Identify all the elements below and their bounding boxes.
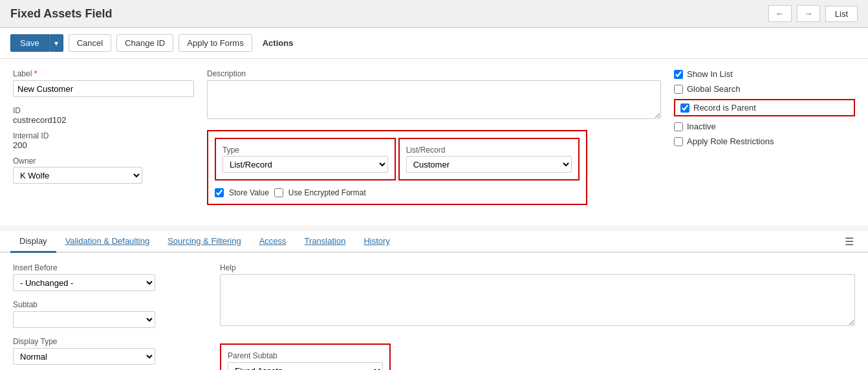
insert-before-label: Insert Before	[13, 263, 207, 272]
top-bar: Fixed Assets Field ← → List	[0, 0, 868, 28]
id-label: ID	[13, 106, 194, 115]
store-value-checkbox[interactable]	[215, 188, 224, 197]
form-top-grid: Label * ID custrecord102 Internal ID 200…	[13, 69, 855, 205]
owner-select-wrap: K Wolfe	[13, 167, 194, 184]
global-search-checkbox[interactable]	[674, 85, 683, 94]
store-value-row: Store Value Use Encrypted Format	[215, 188, 580, 197]
use-encrypted-checkbox[interactable]	[274, 188, 283, 197]
id-value: custrecord102	[13, 115, 194, 125]
display-type-select[interactable]: Normal Hidden Disabled Inline Text	[13, 348, 155, 365]
display-type-label: Display Type	[13, 337, 207, 346]
tab-translation[interactable]: Translation	[296, 231, 355, 253]
owner-label: Owner	[13, 157, 194, 166]
display-type-wrap: Normal Hidden Disabled Inline Text	[13, 348, 207, 365]
description-field-group: Description	[207, 69, 661, 121]
insert-before-wrap: - Unchanged - None	[13, 274, 207, 291]
show-in-list-label: Show In List	[687, 69, 733, 79]
store-value-label: Store Value	[229, 188, 269, 197]
record-is-parent-label: Record is Parent	[693, 103, 756, 113]
list-record-label: List/Record	[406, 146, 572, 155]
insert-before-group: Insert Before - Unchanged - None	[13, 263, 207, 291]
help-group: Help	[220, 263, 855, 328]
id-group: ID custrecord102	[13, 106, 194, 125]
parent-subtab-select[interactable]: Fixed Assets Main None	[228, 362, 383, 370]
owner-select[interactable]: K Wolfe	[13, 167, 142, 184]
apply-role-item: Apply Role Restrictions	[674, 136, 855, 146]
internal-id-group: Internal ID 200	[13, 131, 194, 150]
save-group: Save ▾	[10, 34, 63, 52]
tab-validation-defaulting[interactable]: Validation & Defaulting	[56, 231, 159, 253]
record-is-parent-checkbox[interactable]	[680, 103, 689, 113]
left-section: Label * ID custrecord102 Internal ID 200…	[13, 69, 194, 205]
list-record-field-group: List/Record Customer Vendor Employee Ite…	[398, 138, 580, 180]
global-search-item: Global Search	[674, 84, 855, 94]
tab-sourcing-filtering[interactable]: Sourcing & Filtering	[158, 231, 250, 253]
subtab-label: Subtab	[13, 300, 207, 309]
tab-access[interactable]: Access	[250, 231, 296, 253]
label-field-group: Label *	[13, 69, 194, 97]
nav-forward-button[interactable]: →	[797, 5, 820, 22]
label-input[interactable]	[13, 80, 194, 97]
description-label: Description	[207, 69, 661, 78]
type-select[interactable]: List/Record Free-Form Text Checkbox Date…	[222, 156, 388, 173]
actions-button[interactable]: Actions	[257, 35, 299, 51]
parent-subtab-box: Parent Subtab Fixed Assets Main None	[220, 343, 391, 370]
main-form: Label * ID custrecord102 Internal ID 200…	[0, 59, 868, 226]
display-tab-content: Insert Before - Unchanged - None Subtab …	[0, 253, 868, 370]
change-id-button[interactable]: Change ID	[116, 34, 173, 52]
tabs-left: Display Validation & Defaulting Sourcing…	[10, 231, 399, 252]
toolbar: Save ▾ Cancel Change ID Apply to Forms A…	[0, 28, 868, 59]
page-title: Fixed Assets Field	[10, 7, 112, 21]
help-label: Help	[220, 263, 855, 272]
save-button[interactable]: Save	[10, 34, 49, 52]
insert-before-select[interactable]: - Unchanged - None	[13, 274, 155, 291]
tab-history[interactable]: History	[354, 231, 398, 253]
apply-role-label: Apply Role Restrictions	[687, 136, 774, 146]
tab-menu-icon[interactable]: ☰	[841, 232, 858, 252]
inactive-checkbox[interactable]	[674, 122, 683, 131]
description-textarea[interactable]	[207, 80, 661, 119]
subtab-wrap: Main Fixed Assets	[13, 311, 207, 328]
middle-section: Description Type List/Record Free-Form T…	[207, 69, 661, 205]
subtab-select[interactable]: Main Fixed Assets	[13, 311, 155, 328]
internal-id-label: Internal ID	[13, 131, 194, 140]
required-star: *	[34, 69, 38, 78]
display-right: Help Parent Subtab Fixed Assets Main Non…	[220, 263, 855, 370]
nav-controls: ← → List	[768, 5, 858, 22]
owner-group: Owner K Wolfe	[13, 157, 194, 184]
show-in-list-item: Show In List	[674, 69, 855, 79]
subtab-group: Subtab Main Fixed Assets	[13, 300, 207, 328]
inactive-item: Inactive	[674, 122, 855, 131]
tab-display[interactable]: Display	[10, 231, 56, 253]
label-field-label: Label *	[13, 69, 194, 78]
right-section: Show In List Global Search Record is Par…	[674, 69, 855, 205]
type-box: Type List/Record Free-Form Text Checkbox…	[207, 130, 587, 205]
display-type-group: Display Type Normal Hidden Disabled Inli…	[13, 337, 207, 365]
parent-subtab-label: Parent Subtab	[228, 351, 383, 360]
type-field-group: Type List/Record Free-Form Text Checkbox…	[215, 138, 396, 180]
show-in-list-checkbox[interactable]	[674, 70, 683, 79]
cancel-button[interactable]: Cancel	[69, 34, 111, 52]
internal-id-value: 200	[13, 140, 194, 150]
nav-list-button[interactable]: List	[825, 6, 858, 22]
tabs-bar: Display Validation & Defaulting Sourcing…	[0, 231, 868, 253]
global-search-label: Global Search	[687, 84, 740, 94]
help-textarea[interactable]	[220, 274, 855, 326]
display-left: Insert Before - Unchanged - None Subtab …	[13, 263, 207, 370]
type-label: Type	[222, 146, 388, 155]
save-dropdown-button[interactable]: ▾	[49, 34, 63, 52]
record-parent-box: Record is Parent	[674, 99, 855, 116]
apply-forms-button[interactable]: Apply to Forms	[179, 34, 252, 52]
nav-back-button[interactable]: ←	[768, 5, 792, 22]
use-encrypted-label: Use Encrypted Format	[288, 188, 366, 197]
inactive-label: Inactive	[687, 122, 716, 131]
apply-role-checkbox[interactable]	[674, 137, 683, 146]
list-record-select[interactable]: Customer Vendor Employee Item	[406, 156, 572, 173]
